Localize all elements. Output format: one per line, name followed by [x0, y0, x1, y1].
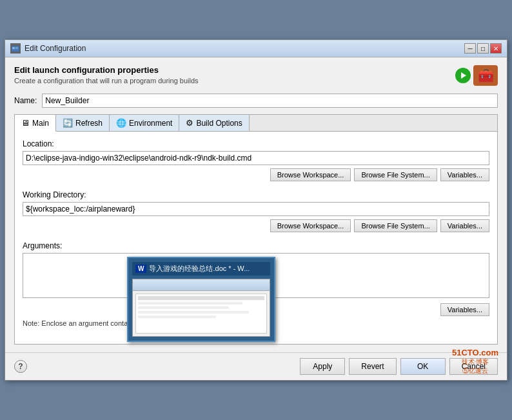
watermark-sub: 技术·博客: [462, 357, 489, 366]
variables-2-button[interactable]: Variables...: [440, 219, 489, 232]
taskbar-preview-thumb: [132, 279, 270, 337]
working-dir-group: Working Directory: Browse Workspace... B…: [23, 190, 489, 232]
svg-rect-1: [12, 47, 15, 49]
browse-workspace-2-button[interactable]: Browse Workspace...: [270, 219, 351, 232]
bottom-bar: ? Apply Revert OK Cancel: [5, 352, 507, 380]
browse-filesystem-1-button[interactable]: Browse File System...: [354, 168, 437, 181]
variables-3-button[interactable]: Variables...: [440, 303, 489, 316]
working-dir-input[interactable]: [23, 202, 489, 216]
tab-environment[interactable]: 🌐 Environment: [110, 115, 179, 131]
taskbar-preview: W 导入游戏的经验总结.doc * - W...: [127, 257, 275, 342]
watermark-sub2: ⑤亿速云: [462, 366, 488, 375]
close-button[interactable]: ✕: [490, 43, 502, 54]
browse-workspace-1-button[interactable]: Browse Workspace...: [270, 168, 351, 181]
header-icons: [455, 65, 498, 86]
svg-rect-2: [15, 47, 18, 48]
main-tab-icon: 🖥: [21, 118, 30, 128]
tab-build-options-label: Build Options: [196, 119, 242, 128]
tab-environment-label: Environment: [129, 119, 172, 128]
watermark-site: 51CTO.com: [452, 348, 498, 357]
title-bar-left: Edit Configuration: [10, 43, 86, 54]
header-subtitle: Create a configuration that will run a p…: [14, 77, 199, 85]
location-buttons: Browse Workspace... Browse File System..…: [23, 168, 489, 181]
arguments-label: Arguments:: [23, 241, 489, 250]
refresh-tab-icon: 🔄: [63, 118, 73, 128]
header-text: Edit launch configuration properties Cre…: [14, 65, 199, 85]
name-row: Name:: [14, 94, 498, 108]
apply-button[interactable]: Apply: [300, 358, 345, 375]
svg-rect-3: [15, 48, 18, 49]
header-title: Edit launch configuration properties: [14, 65, 199, 75]
tab-build-options[interactable]: ⚙ Build Options: [179, 115, 249, 131]
location-label: Location:: [23, 139, 489, 148]
build-tab-icon: ⚙: [186, 118, 193, 128]
tab-main[interactable]: 🖥 Main: [15, 115, 56, 132]
window-title: Edit Configuration: [25, 44, 86, 53]
thumb-titlebar: [133, 279, 270, 291]
revert-button[interactable]: Revert: [349, 358, 396, 375]
taskbar-preview-title-text: 导入游戏的经验总结.doc * - W...: [149, 264, 250, 274]
maximize-button[interactable]: □: [477, 43, 489, 54]
header-section: Edit launch configuration properties Cre…: [14, 65, 498, 86]
toolbox-icon: [473, 65, 498, 86]
location-group: Location: Browse Workspace... Browse Fil…: [23, 139, 489, 181]
play-button[interactable]: [455, 68, 471, 83]
name-input[interactable]: [42, 94, 498, 108]
working-dir-buttons: Browse Workspace... Browse File System..…: [23, 219, 489, 232]
tab-refresh[interactable]: 🔄 Refresh: [56, 115, 110, 131]
minimize-button[interactable]: ─: [464, 43, 476, 54]
working-dir-label: Working Directory:: [23, 190, 489, 199]
name-label: Name:: [14, 96, 37, 105]
tabs-header: 🖥 Main 🔄 Refresh 🌐 Environment ⚙ Build O…: [15, 115, 497, 132]
location-input[interactable]: [23, 151, 489, 165]
help-button[interactable]: ?: [14, 360, 27, 373]
thumb-content: [135, 294, 267, 334]
tab-refresh-label: Refresh: [75, 119, 103, 128]
variables-1-button[interactable]: Variables...: [440, 168, 489, 181]
environment-tab-icon: 🌐: [116, 118, 126, 128]
title-controls: ─ □ ✕: [464, 43, 502, 54]
ok-button[interactable]: OK: [400, 358, 446, 375]
tab-main-label: Main: [32, 119, 49, 128]
browse-filesystem-2-button[interactable]: Browse File System...: [354, 219, 437, 232]
window-icon: [10, 43, 21, 54]
watermark: 51CTO.com 技术·博客 ⑤亿速云: [452, 348, 498, 375]
taskbar-preview-title: W 导入游戏的经验总结.doc * - W...: [132, 262, 270, 275]
title-bar: Edit Configuration ─ □ ✕: [5, 40, 507, 57]
